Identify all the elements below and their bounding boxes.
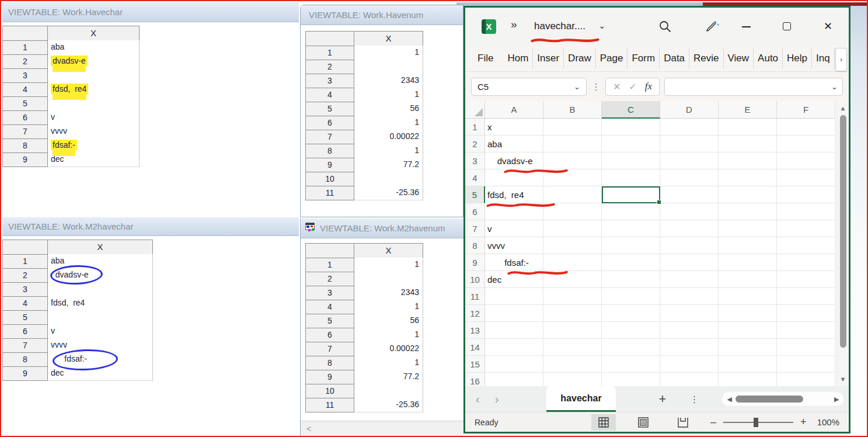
row-number-header[interactable] xyxy=(2,240,48,255)
cell-d9[interactable] xyxy=(660,254,719,271)
table-cell[interactable] xyxy=(48,310,153,325)
row-header-14[interactable]: 14 xyxy=(465,339,485,356)
table-cell[interactable]: 56 xyxy=(354,314,423,328)
page-layout-view-button[interactable] xyxy=(631,414,656,431)
table-cell[interactable]: 1 xyxy=(354,300,423,314)
row-number[interactable]: 1 xyxy=(2,40,48,55)
table-cell[interactable]: fdsd, re4 xyxy=(48,296,153,311)
cell-d13[interactable] xyxy=(660,322,719,339)
table-cell[interactable]: vvvv xyxy=(48,338,153,353)
row-header-7[interactable]: 7 xyxy=(465,220,485,237)
row-number[interactable]: 11 xyxy=(305,398,354,412)
cell-c13[interactable] xyxy=(602,322,660,339)
table-cell[interactable]: fdsd, re4 xyxy=(48,82,140,97)
excel-logo-icon[interactable]: X xyxy=(482,19,496,34)
table-cell[interactable]: 1 xyxy=(354,144,423,158)
row-number[interactable]: 4 xyxy=(305,300,354,314)
cell-d10[interactable] xyxy=(660,271,719,288)
ribbon-tab-help[interactable]: Help xyxy=(783,48,812,69)
cell-f13[interactable] xyxy=(777,322,835,339)
table-cell[interactable]: 1 xyxy=(354,46,423,60)
table-cell[interactable]: 1 xyxy=(354,116,423,130)
insert-function-icon[interactable]: fx xyxy=(645,81,652,92)
cell-d7[interactable] xyxy=(660,220,719,237)
table-cell[interactable]: aba xyxy=(48,254,153,269)
cell-f1[interactable] xyxy=(777,119,835,136)
cell-e5[interactable] xyxy=(719,186,777,203)
ribbon-tab-hom[interactable]: Hom xyxy=(503,48,533,69)
row-number[interactable]: 9 xyxy=(2,366,48,381)
table-cell[interactable]: 1 xyxy=(354,328,423,342)
cell-b7[interactable] xyxy=(543,220,602,237)
row-number[interactable]: 7 xyxy=(2,124,48,139)
column-header-c[interactable]: C xyxy=(602,101,660,119)
horizontal-scroll-thumb[interactable] xyxy=(735,396,803,403)
row-number[interactable]: 3 xyxy=(2,282,48,297)
formula-expand-icon[interactable]: ⌄ xyxy=(831,82,838,91)
ribbon-tab-inq[interactable]: Inq xyxy=(812,48,835,69)
cell-f16[interactable] xyxy=(777,373,835,386)
table-cell[interactable]: aba xyxy=(48,40,140,55)
close-button[interactable]: ✕ xyxy=(824,20,832,33)
cell-b8[interactable] xyxy=(543,237,602,254)
cell-b1[interactable] xyxy=(543,119,602,136)
window-titlebar[interactable]: VIEWTABLE: Work.Havechar xyxy=(2,2,299,22)
cell-d11[interactable] xyxy=(660,288,719,305)
row-number[interactable]: 7 xyxy=(2,338,48,353)
cell-d16[interactable] xyxy=(660,373,719,386)
cell-b14[interactable] xyxy=(543,339,602,356)
window-titlebar[interactable]: VIEWTABLE: Work.Havenum xyxy=(301,5,463,25)
row-header-2[interactable]: 2 xyxy=(465,136,485,152)
table-cell[interactable]: -25.36 xyxy=(354,398,423,412)
normal-view-button[interactable] xyxy=(591,414,616,431)
column-header-x[interactable]: X xyxy=(48,26,140,41)
row-number[interactable]: 3 xyxy=(305,74,354,88)
cell-b12[interactable] xyxy=(543,305,602,322)
ribbon-tab-page[interactable]: Page xyxy=(596,48,628,69)
table-cell[interactable]: dvadsv-e xyxy=(48,268,153,283)
zoom-slider-thumb[interactable] xyxy=(754,418,758,427)
row-header-1[interactable]: 1 xyxy=(465,119,485,136)
row-header-8[interactable]: 8 xyxy=(465,237,485,254)
cell-e12[interactable] xyxy=(719,305,777,322)
ribbon-tab-form[interactable]: Form xyxy=(628,48,660,69)
row-header-9[interactable]: 9 xyxy=(465,254,485,271)
cell-b3[interactable] xyxy=(543,152,602,169)
cell-c8[interactable] xyxy=(602,237,660,254)
row-number[interactable]: 4 xyxy=(2,82,48,97)
row-header-12[interactable]: 12 xyxy=(465,305,485,322)
table-cell[interactable]: 0.00022 xyxy=(354,342,423,356)
cell-a16[interactable] xyxy=(485,373,543,386)
horizontal-scrollbar[interactable]: < xyxy=(301,421,463,436)
row-header-5[interactable]: 5 xyxy=(465,186,485,203)
cell-e3[interactable] xyxy=(719,152,777,169)
sheet-tab-havechar[interactable]: havechar xyxy=(546,386,615,412)
row-header-3[interactable]: 3 xyxy=(465,152,485,169)
column-header-x[interactable]: X xyxy=(354,243,423,258)
table-cell[interactable]: 1 xyxy=(354,356,423,370)
row-number[interactable]: 2 xyxy=(305,60,354,74)
cell-f8[interactable] xyxy=(777,237,835,254)
row-number[interactable]: 9 xyxy=(305,370,354,384)
cell-c3[interactable] xyxy=(602,152,660,169)
column-header-d[interactable]: D xyxy=(660,101,719,119)
row-number[interactable]: 11 xyxy=(305,186,354,200)
table-cell[interactable]: 2343 xyxy=(354,74,423,88)
cancel-icon[interactable]: ✕ xyxy=(613,81,621,92)
scroll-left-icon[interactable]: < xyxy=(306,424,311,433)
cell-c10[interactable] xyxy=(602,271,660,288)
column-header-b[interactable]: B xyxy=(543,101,602,119)
cell-c12[interactable] xyxy=(602,305,660,322)
row-number[interactable]: 7 xyxy=(305,342,354,356)
column-header-e[interactable]: E xyxy=(719,101,777,119)
cell-c14[interactable] xyxy=(602,339,660,356)
window-titlebar[interactable]: VIEWTABLE: Work.M2havechar xyxy=(2,217,299,236)
row-number[interactable]: 10 xyxy=(305,172,354,186)
cell-b2[interactable] xyxy=(543,136,602,152)
cell-d6[interactable] xyxy=(660,203,719,220)
title-dropdown-icon[interactable]: ⌄ xyxy=(598,20,606,31)
cell-d5[interactable] xyxy=(660,186,719,203)
table-cell[interactable] xyxy=(48,282,153,297)
name-box[interactable]: C5 ⌄ xyxy=(471,78,587,96)
row-number[interactable]: 6 xyxy=(305,328,354,342)
